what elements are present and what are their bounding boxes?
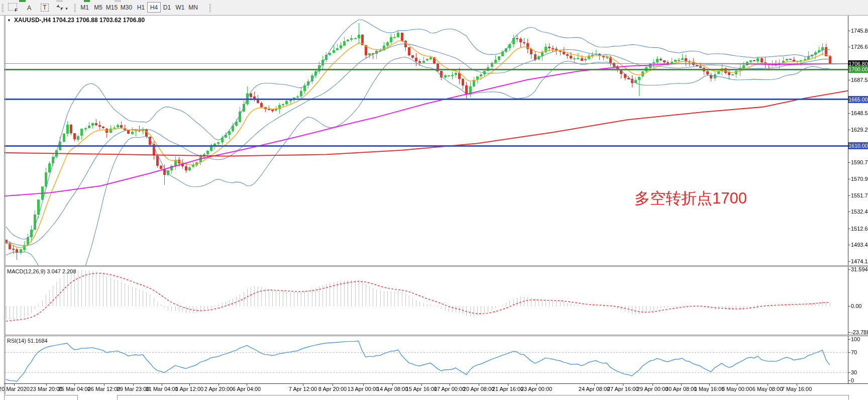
time-axis-border (4, 383, 868, 384)
price-tag-hline-green: 1700.00 (848, 66, 868, 73)
price-axis-label: 1745.85 (851, 28, 868, 34)
chevron-down-icon: ▾ (65, 6, 68, 11)
mt4-chart-window: { "toolbar": { "tools": [ {"name": "fibo… (0, 0, 868, 400)
clipped-window-below (4, 395, 78, 400)
rsi-axis-label: 70 (851, 349, 857, 355)
price-axis-label: 1474.15 (851, 258, 868, 264)
time-axis-label: 30 Apr 08:00 (666, 386, 697, 392)
macd-indicator-label: MACD(12,26,9) 3.047 2.208 (7, 268, 76, 274)
macd-axis-label: 31.594 (851, 266, 868, 272)
time-axis-label: 25 Mar 04:00 (58, 386, 91, 392)
price-axis-label: 1551.70 (851, 192, 868, 198)
time-axis-label: 23 Apr 00:00 (521, 386, 552, 392)
time-axis-label: 29 Apr 00:00 (637, 386, 668, 392)
toolbar-separator[interactable] (208, 4, 211, 12)
time-axis-label: 1 May 16:00 (694, 386, 725, 392)
time-axis-label: 26 Mar 12:00 (88, 386, 121, 392)
rsi-indicator-label: RSI(14) 51.1684 (7, 338, 48, 344)
horizontal-line-1610[interactable] (5, 145, 848, 147)
toolbar-drag-handle[interactable] (1, 4, 4, 12)
horizontal-line-1665[interactable] (5, 98, 848, 100)
time-axis-label: 7 Apr 12:00 (289, 386, 317, 392)
time-axis-label: 21 Apr 16:00 (492, 386, 523, 392)
price-axis-label: 1493.40 (851, 242, 868, 248)
price-tag-hline-blue: 1610.00 (848, 142, 868, 149)
annotation-text[interactable]: 多空转折点1700 (634, 188, 747, 209)
time-axis-label: 2 Apr 20:00 (204, 386, 233, 392)
time-axis-label: 20 Apr 08:00 (463, 386, 494, 392)
chart-left-border-inner (5, 16, 6, 394)
macd-axis-label: 0.00 (851, 303, 861, 309)
text-tool-button[interactable]: A (23, 2, 35, 13)
arrows-tool-button[interactable]: ▾ (53, 2, 70, 13)
time-axis-label: 17 Apr 00:00 (434, 386, 465, 392)
text-tool-icon: A (27, 4, 32, 12)
chart-title: ▼XAUUSD-,H4 1704.23 1706.88 1703.62 1706… (7, 17, 145, 24)
timeframe-button-w1[interactable]: W1 (173, 2, 187, 13)
timeframe-button-m1[interactable]: M1 (78, 2, 91, 13)
horizontal-line-1706.8 (5, 63, 848, 64)
time-axis-label: 15 Apr 16:00 (406, 386, 437, 392)
time-axis-label: 31 Mar 04:00 (146, 386, 178, 392)
text-label-icon: T (41, 4, 48, 12)
chart-collapse-icon[interactable]: ▼ (7, 18, 11, 23)
time-axis-label: 29 Mar 23:00 (117, 386, 150, 392)
price-axis-label: 1726.60 (851, 44, 868, 50)
timeframe-button-m15[interactable]: M15 (105, 2, 119, 13)
time-axis-label: 20 Mar 2020 (0, 386, 30, 392)
time-axis-label: 5 May 00:00 (722, 386, 752, 392)
price-tag-hline-blue: 1665.00 (848, 96, 868, 103)
time-axis-label: 6 May 08:00 (752, 386, 783, 392)
toolbar-separator[interactable] (73, 4, 76, 12)
time-axis-label: 8 Apr 20:00 (318, 386, 347, 392)
time-axis-label: 6 Apr 04:00 (233, 386, 261, 392)
pane-separator[interactable] (4, 336, 868, 336)
price-axis-label: 1687.55 (851, 77, 868, 83)
pane-separator[interactable] (4, 266, 868, 267)
timeframe-button-h4[interactable]: H4 (147, 2, 161, 13)
chart-left-border (4, 15, 5, 394)
timeframe-button-m30[interactable]: M30 (120, 2, 133, 13)
rsi-axis-label: 30 (851, 369, 857, 375)
price-axis-label: 1648.50 (851, 110, 868, 116)
toolbar: F A T ▾ M1M5M15M30H1H4D1W1MN (0, 0, 868, 16)
price-axis-label: 1629.25 (851, 127, 868, 133)
price-axis-label: 1512.65 (851, 226, 868, 232)
chart-title-text: XAUUSD-,H4 1704.23 1706.88 1703.62 1706.… (14, 17, 145, 24)
time-axis-label: 1 Apr 12:00 (175, 386, 203, 392)
price-axis-border (848, 16, 848, 383)
price-axis-label: 1590.75 (851, 159, 868, 165)
clipped-window-below (117, 395, 849, 400)
timeframe-button-mn[interactable]: MN (186, 2, 200, 13)
arrows-icon (56, 4, 64, 11)
time-axis-label: 27 Apr 16:00 (607, 386, 638, 392)
time-axis-label: 14 Apr 08:00 (377, 386, 408, 392)
price-axis-label: 1532.45 (851, 209, 868, 215)
fibo-grid-tool-button[interactable]: F (6, 2, 19, 13)
timeframe-button-h1[interactable]: H1 (134, 2, 148, 13)
fibo-grid-icon: F (8, 3, 17, 11)
time-axis-label: 7 May 16:00 (782, 386, 812, 392)
rsi-axis-label: 100 (851, 336, 860, 342)
text-label-tool-button[interactable]: T (38, 2, 51, 13)
time-axis-label: 24 Apr 08:00 (579, 386, 610, 392)
price-axis-label: 1570.95 (851, 176, 868, 182)
rsi-axis-label: 0 (851, 377, 854, 383)
time-axis-label: 13 Apr 00:00 (348, 386, 379, 392)
timeframe-button-d1[interactable]: D1 (160, 2, 174, 13)
timeframe-button-m5[interactable]: M5 (91, 2, 105, 13)
horizontal-line-1700[interactable] (5, 69, 848, 70)
